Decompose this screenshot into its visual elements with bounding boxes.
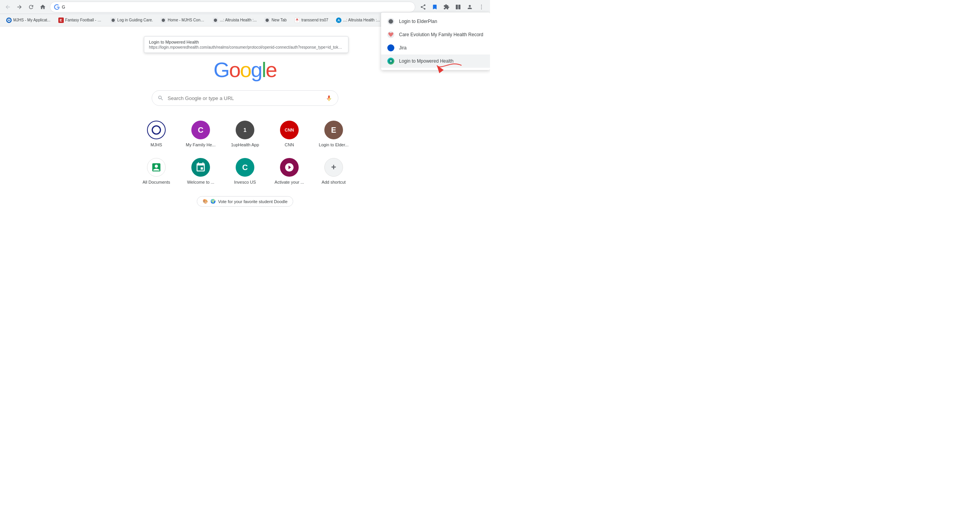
search-box: [152, 90, 338, 106]
link-tooltip: Login to Mpowered Health https://login.m…: [144, 36, 348, 53]
bookmark-label-home-mjhs: Home - MJHS Conn...: [168, 18, 205, 22]
shortcut-myfamily[interactable]: C My Family He...: [179, 117, 222, 151]
bookmark-label-transsend: transsend trs07: [301, 18, 328, 22]
shortcut-icon-elder: E: [324, 121, 343, 139]
bookmark-label-altruista2: ...: Altruista Health :...: [343, 18, 380, 22]
shortcut-elder[interactable]: E Login to Elder...: [312, 117, 355, 151]
address-bar: [50, 2, 415, 12]
shortcut-icon-mjhs: [147, 121, 166, 139]
share-button[interactable]: [418, 2, 429, 12]
bookmark-mjhs[interactable]: MJHS - My Applicat...: [3, 16, 54, 24]
shortcuts-row-2: All Documents Welcome to ... C Invesco U…: [135, 154, 355, 188]
doodle-text: Vote for your favorite student Doodle: [218, 199, 288, 204]
shortcut-1up[interactable]: 1 1upHealth App: [224, 117, 266, 151]
bookmark-transsend[interactable]: transsend trs07: [291, 16, 331, 24]
logo-g: G: [214, 58, 229, 81]
bookmark-label-newtab: New Tab: [271, 18, 287, 22]
svg-point-8: [266, 18, 269, 21]
google-icon-small: [54, 4, 60, 10]
forward-button[interactable]: [15, 2, 24, 12]
svg-point-4: [481, 8, 482, 9]
toolbar: [0, 0, 490, 14]
bookmark-label-guiding: Log in Guiding Care.: [117, 18, 153, 22]
shortcut-label-elder: Login to Elder...: [319, 142, 348, 147]
shortcut-label-alldocs: All Documents: [143, 180, 170, 184]
search-input[interactable]: [168, 95, 322, 101]
bookmarks-dropdown: Login to ElderPlan Care Evolution My Fam…: [381, 14, 490, 26]
bookmark-altruista1[interactable]: ...: Altruista Health :...: [210, 16, 260, 24]
shortcut-alldocs[interactable]: All Documents: [135, 154, 178, 188]
bookmark-label-mjhs: MJHS - My Applicat...: [13, 18, 51, 22]
shortcut-icon-activate: [280, 158, 299, 177]
bookmark-button[interactable]: [429, 2, 440, 12]
extensions-button[interactable]: [441, 2, 452, 12]
shortcut-icon-myfamily: C: [191, 121, 210, 139]
bookmark-label-fantasy: Fantasy Football - E...: [65, 18, 103, 22]
shortcut-label-invesco: Invesco US: [234, 180, 256, 184]
bookmark-favicon-mjhs: [6, 18, 12, 23]
mic-icon[interactable]: [326, 95, 332, 102]
svg-point-6: [162, 18, 165, 21]
bookmark-favicon-newtab: [264, 18, 270, 23]
logo-e: e: [266, 58, 276, 81]
doodle-pill[interactable]: 🎨 🌍 Vote for your favorite student Doodl…: [197, 196, 294, 207]
shortcut-welcome[interactable]: Welcome to ...: [179, 154, 222, 188]
logo-g2: g: [251, 58, 262, 81]
shortcut-invesco[interactable]: C Invesco US: [224, 154, 266, 188]
more-button[interactable]: [476, 2, 487, 12]
dropdown-icon-elderplan: [387, 18, 394, 25]
logo-l: l: [262, 58, 266, 81]
shortcut-activate[interactable]: Activate your ...: [268, 154, 311, 188]
search-icon: [158, 95, 164, 101]
shortcut-add[interactable]: + Add shortcut: [312, 154, 355, 188]
shortcut-mjhs[interactable]: MJHS: [135, 117, 178, 151]
svg-point-2: [481, 5, 482, 5]
svg-point-7: [214, 18, 217, 21]
home-button[interactable]: [38, 2, 47, 12]
split-button[interactable]: [453, 2, 464, 12]
bookmark-favicon-home: [161, 18, 166, 23]
tooltip-url: https://login.mpoweredhealth.com/auth/re…: [149, 45, 343, 49]
shortcut-cnn[interactable]: CNN CNN: [268, 117, 311, 151]
bookmark-favicon-transsend: [294, 18, 300, 23]
tooltip-title: Login to Mpowered Health: [149, 40, 343, 44]
bookmark-favicon-altruista1: [213, 18, 218, 23]
shortcut-label-welcome: Welcome to ...: [187, 180, 214, 184]
shortcut-label-add: Add shortcut: [322, 180, 346, 184]
red-arrow-annotation: [436, 58, 467, 75]
bookmark-newtab[interactable]: New Tab: [261, 16, 290, 24]
shortcut-icon-add: +: [324, 158, 343, 177]
search-area: [0, 90, 490, 106]
svg-rect-1: [458, 5, 460, 9]
shortcut-icon-cnn: CNN: [280, 121, 299, 139]
bookmark-favicon-guiding: [110, 18, 116, 23]
bookmark-favicon-fantasy: E: [58, 18, 64, 23]
svg-point-5: [111, 18, 114, 21]
svg-point-3: [481, 7, 482, 7]
shortcut-label-cnn: CNN: [285, 142, 294, 147]
toolbar-right: [418, 2, 487, 12]
back-button[interactable]: [3, 2, 12, 12]
shortcut-icon-invesco: C: [236, 158, 254, 177]
logo-o1: o: [229, 58, 240, 81]
doodle-emoji1: 🎨: [203, 199, 208, 204]
address-input[interactable]: [62, 5, 411, 9]
profile-button[interactable]: [464, 2, 475, 12]
reload-button[interactable]: [26, 2, 36, 12]
bookmark-guiding[interactable]: Log in Guiding Care.: [107, 16, 156, 24]
google-logo: Google: [214, 58, 276, 82]
bookmark-home-mjhs[interactable]: Home - MJHS Conn...: [158, 16, 208, 24]
logo-o2: o: [240, 58, 251, 81]
bookmark-fantasy[interactable]: E Fantasy Football - E...: [55, 16, 106, 24]
dropdown-item-elderplan[interactable]: Login to ElderPlan: [381, 15, 490, 26]
browser-frame: MJHS - My Applicat... E Fantasy Football…: [0, 0, 490, 258]
shortcut-icon-1up: 1: [236, 121, 254, 139]
shortcut-icon-welcome: [191, 158, 210, 177]
shortcut-icon-alldocs: [147, 158, 166, 177]
bookmark-altruista2[interactable]: A ...: Altruista Health :...: [333, 16, 383, 24]
shortcut-label-1up: 1upHealth App: [231, 142, 259, 147]
bookmark-label-altruista1: ...: Altruista Health :...: [220, 18, 257, 22]
shortcut-label-mjhs: MJHS: [150, 142, 162, 147]
shortcuts-container: MJHS C My Family He... 1 1upHealth App C…: [0, 106, 490, 188]
shortcut-label-activate: Activate your ...: [275, 180, 304, 184]
